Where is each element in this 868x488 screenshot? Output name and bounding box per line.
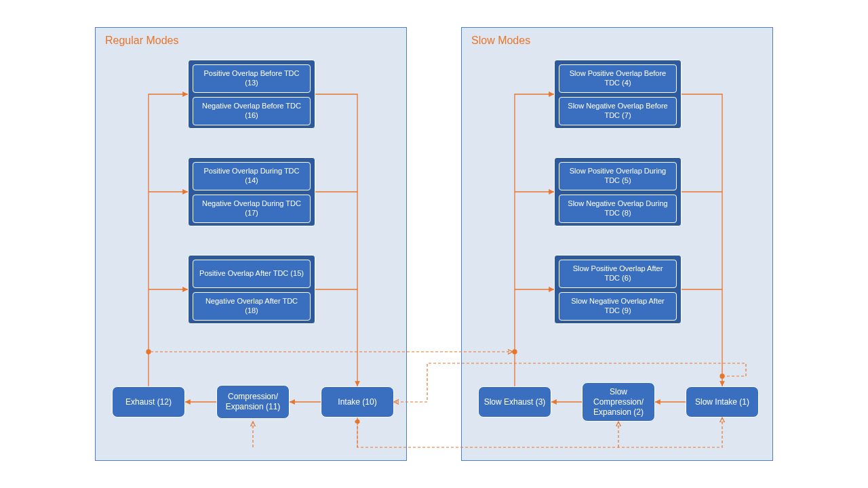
node-slow-compexp: Slow Compression/ Expansion (2) [582,382,655,422]
slow-block-after: Slow Positive Overlap After TDC (6) Slow… [554,255,682,324]
slow-before-neg: Slow Negative Overlap Before TDC (7) [559,97,677,125]
reg-during-pos: Positive Overlap During TDC (14) [193,162,311,190]
slow-during-pos: Slow Positive Overlap During TDC (5) [559,162,677,190]
panel-regular-title: Regular Modes [105,35,179,47]
reg-before-pos: Positive Overlap Before TDC (13) [193,64,311,93]
slow-block-during: Slow Positive Overlap During TDC (5) Slo… [554,157,682,226]
node-intake: Intake (10) [321,386,394,418]
reg-block-during: Positive Overlap During TDC (14) Negativ… [188,157,315,226]
node-exhaust: Exhaust (12) [112,386,185,418]
node-slow-intake: Slow Intake (1) [686,386,759,418]
node-slow-exhaust: Slow Exhaust (3) [478,386,551,418]
slow-block-before: Slow Positive Overlap Before TDC (4) Slo… [554,60,682,129]
reg-block-before: Positive Overlap Before TDC (13) Negativ… [188,60,315,129]
reg-after-pos: Positive Overlap After TDC (15) [193,260,311,288]
reg-block-after: Positive Overlap After TDC (15) Negative… [188,255,315,324]
slow-before-pos: Slow Positive Overlap Before TDC (4) [559,64,677,93]
slow-during-neg: Slow Negative Overlap During TDC (8) [559,195,677,223]
reg-before-neg: Negative Overlap Before TDC (16) [193,97,311,125]
reg-during-neg: Negative Overlap During TDC (17) [193,195,311,223]
reg-after-neg: Negative Overlap After TDC (18) [193,292,311,321]
slow-after-neg: Slow Negative Overlap After TDC (9) [559,292,677,321]
panel-slow-title: Slow Modes [471,35,530,47]
node-compexp: Compression/ Expansion (11) [216,385,290,419]
slow-after-pos: Slow Positive Overlap After TDC (6) [559,260,677,288]
diagram-stage: Regular Modes Slow Modes Positive Overla… [0,0,868,488]
